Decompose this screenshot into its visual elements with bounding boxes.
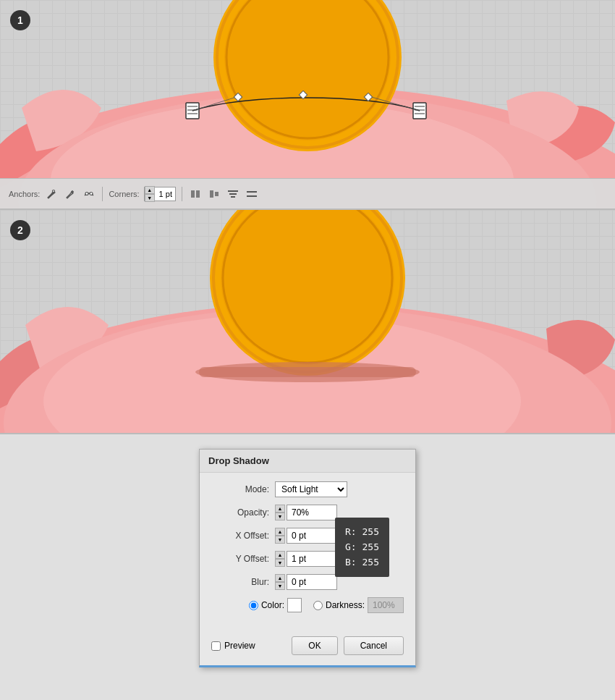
- blur-spinner-wrap: ▲ ▼: [275, 574, 337, 590]
- x-offset-spinner[interactable]: ▲ ▼: [275, 528, 285, 544]
- opacity-spinner-wrap: ▲ ▼: [275, 505, 337, 520]
- darkness-input: [368, 597, 404, 613]
- preview-label: Preview: [224, 641, 255, 651]
- svg-rect-27: [210, 190, 213, 198]
- x-offset-down[interactable]: ▼: [275, 536, 285, 544]
- blur-spinner[interactable]: ▲ ▼: [275, 574, 285, 590]
- toolbar-strip: Anchors: Corners:: [0, 178, 615, 208]
- separator-2: [182, 187, 182, 201]
- canvas-panel-2: 2: [0, 210, 615, 434]
- dialog-content: Mode: Normal Multiply Screen Overlay Sof…: [211, 481, 404, 613]
- y-offset-spinner[interactable]: ▲ ▼: [275, 551, 285, 567]
- darkness-radio-item: Darkness:: [313, 597, 404, 613]
- color-r: R: 255: [345, 525, 379, 540]
- color-radio[interactable]: [249, 601, 258, 610]
- separator-1: [102, 187, 103, 201]
- add-anchor-icon[interactable]: [63, 187, 77, 201]
- align-icon-1[interactable]: [188, 187, 203, 201]
- preview-checkbox[interactable]: [211, 641, 221, 651]
- pen-tool-icon[interactable]: [44, 187, 59, 201]
- opacity-spinner[interactable]: ▲ ▼: [275, 505, 285, 520]
- svg-point-20: [53, 190, 55, 192]
- svg-point-24: [90, 192, 93, 195]
- dialog-footer: Preview OK Cancel: [200, 629, 415, 665]
- color-display-box: R: 255 G: 255 B: 255: [335, 518, 389, 577]
- canvas-illustration-1: [0, 0, 615, 208]
- x-offset-spinner-wrap: ▲ ▼: [275, 528, 337, 544]
- ok-button[interactable]: OK: [292, 636, 337, 655]
- opacity-down[interactable]: ▼: [275, 513, 285, 520]
- corners-spinner[interactable]: ▲ ▼: [145, 186, 155, 202]
- svg-rect-30: [229, 193, 237, 195]
- mode-row: Mode: Normal Multiply Screen Overlay Sof…: [211, 481, 404, 497]
- blur-down[interactable]: ▼: [275, 582, 285, 590]
- smooth-icon[interactable]: [82, 187, 96, 201]
- align-icon-2[interactable]: [207, 187, 221, 201]
- color-swatch[interactable]: [287, 598, 302, 612]
- step-badge-2: 2: [10, 220, 30, 240]
- darkness-radio-label: Darkness:: [326, 600, 365, 610]
- dialog-body: Mode: Normal Multiply Screen Overlay Sof…: [200, 473, 415, 629]
- y-offset-label: Y Offset:: [211, 554, 269, 564]
- preview-checkbox-label[interactable]: Preview: [211, 641, 255, 651]
- step-badge-1: 1: [10, 10, 30, 30]
- opacity-label: Opacity:: [211, 507, 269, 518]
- corners-value: 1 pt: [156, 190, 175, 198]
- svg-rect-28: [215, 192, 219, 196]
- dialog-overlay: Drop Shadow Mode: Normal Multiply Screen…: [0, 434, 615, 700]
- y-offset-down[interactable]: ▼: [275, 559, 285, 567]
- darkness-radio[interactable]: [313, 601, 323, 610]
- mode-label: Mode:: [211, 484, 269, 494]
- color-darkness-row: Color: Darkness:: [211, 597, 404, 613]
- color-g: G: 255: [345, 540, 379, 555]
- align-icon-4[interactable]: [245, 187, 259, 201]
- svg-point-23: [85, 192, 88, 195]
- color-darkness-group: Color: Darkness:: [249, 597, 404, 613]
- color-radio-item: Color:: [249, 598, 302, 612]
- drop-shadow-dialog: Drop Shadow Mode: Normal Multiply Screen…: [199, 449, 416, 667]
- svg-rect-26: [196, 190, 200, 198]
- x-offset-label: X Offset:: [211, 531, 269, 541]
- color-radio-label: Color:: [261, 600, 284, 610]
- y-offset-spinner-wrap: ▲ ▼: [275, 551, 337, 567]
- y-offset-input[interactable]: [287, 551, 337, 567]
- y-offset-up[interactable]: ▲: [275, 551, 285, 559]
- anchors-label: Anchors:: [9, 190, 40, 198]
- corners-label: Corners:: [109, 190, 139, 198]
- svg-rect-29: [228, 190, 238, 192]
- svg-rect-33: [247, 195, 257, 197]
- x-offset-input[interactable]: [287, 528, 337, 544]
- canvas-illustration-2: [0, 210, 615, 433]
- svg-rect-32: [247, 191, 257, 193]
- opacity-input[interactable]: [287, 505, 337, 520]
- svg-rect-31: [231, 196, 235, 198]
- color-b: B: 255: [345, 555, 379, 570]
- svg-rect-25: [191, 190, 195, 198]
- mode-select[interactable]: Normal Multiply Screen Overlay Soft Ligh…: [275, 481, 347, 497]
- align-icon-3[interactable]: [226, 187, 240, 201]
- dialog-title: Drop Shadow: [200, 450, 415, 473]
- blur-input[interactable]: [287, 574, 337, 590]
- x-offset-up[interactable]: ▲: [275, 528, 285, 536]
- blur-label: Blur:: [211, 577, 269, 587]
- cancel-button[interactable]: Cancel: [344, 636, 404, 655]
- blur-up[interactable]: ▲: [275, 574, 285, 582]
- svg-rect-42: [199, 367, 416, 377]
- canvas-panel-1: 1: [0, 0, 615, 210]
- opacity-up[interactable]: ▲: [275, 505, 285, 513]
